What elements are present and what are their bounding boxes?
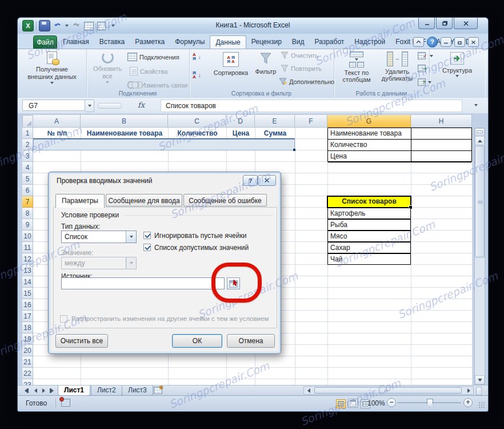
cell-G11[interactable]: Сахар <box>327 242 411 253</box>
sort-desc-icon[interactable]: ЯА↓ <box>193 71 201 79</box>
sheet-nav-prev-icon[interactable] <box>31 387 39 395</box>
zoom-level[interactable]: 100% <box>367 399 385 407</box>
dialog-close-button[interactable] <box>258 175 276 186</box>
minimize-button[interactable] <box>418 18 435 29</box>
filter-button[interactable]: Фильтр <box>253 52 278 75</box>
sheet-tab-list1[interactable]: Лист1 <box>58 386 90 396</box>
column-header-G[interactable]: G <box>327 115 411 128</box>
restore2-button[interactable] <box>454 37 465 47</box>
resize-grip[interactable] <box>478 402 486 409</box>
ok-button[interactable]: ОК <box>172 334 222 348</box>
row-header-7[interactable]: 7 <box>22 196 33 208</box>
formula-value[interactable]: Список товаров <box>161 100 462 112</box>
clear-all-button[interactable]: Очистить все <box>55 334 108 348</box>
tab-data[interactable]: Данные <box>210 35 246 49</box>
row-header-10[interactable]: 10 <box>22 231 33 242</box>
cell-G8[interactable]: Картофель <box>327 208 411 219</box>
sheet-tab-list3[interactable]: Лист3 <box>122 386 153 396</box>
column-header-B[interactable]: B <box>81 115 168 128</box>
group-label-sort-filter[interactable]: Сортировка и фильтр <box>189 90 334 97</box>
tab-split-handle[interactable] <box>476 387 482 395</box>
hscroll-left-button[interactable] <box>305 387 313 394</box>
vertical-scrollbar[interactable] <box>474 128 485 385</box>
tab-layout[interactable]: Разметка <box>130 35 170 49</box>
formatted-range-A2-E2[interactable] <box>33 139 295 150</box>
sheet-nav-last-icon[interactable] <box>47 387 55 395</box>
select-all-corner[interactable] <box>22 115 33 128</box>
column-header-H[interactable]: H <box>411 115 472 128</box>
restore-button[interactable] <box>436 18 453 29</box>
sort-asc-icon[interactable]: АЯ↓ <box>193 53 201 61</box>
source-input[interactable] <box>61 277 225 289</box>
text-to-columns-button[interactable]: Текст по столбцам <box>335 51 378 83</box>
view-normal-icon[interactable] <box>336 399 346 408</box>
group-label-connections[interactable]: Подключения <box>86 90 189 97</box>
cell-C1[interactable]: Количество <box>169 128 226 139</box>
collapse-ribbon-icon[interactable] <box>413 37 424 47</box>
zoom-in-icon[interactable]: + <box>463 398 473 407</box>
cell-G3[interactable]: Цена <box>328 151 471 162</box>
minimize2-button[interactable] <box>441 37 451 47</box>
hscroll-thumb[interactable] <box>314 387 462 394</box>
remove-duplicates-button[interactable]: → Удалить дубликаты <box>378 51 416 82</box>
row-header-12[interactable]: 12 <box>22 253 33 265</box>
row-header-8[interactable]: 8 <box>22 208 33 219</box>
macro-record-icon[interactable] <box>61 399 70 407</box>
column-header-E[interactable]: E <box>255 115 295 128</box>
close-button[interactable] <box>454 18 478 29</box>
row-header-4[interactable]: 4 <box>22 162 33 173</box>
view-page-layout-icon[interactable] <box>348 399 358 408</box>
tab-formulas[interactable]: Формулы <box>170 35 210 49</box>
cell-A1[interactable]: № п/п <box>34 128 81 139</box>
row-header-20[interactable]: 20 <box>22 345 33 356</box>
row-header-17[interactable]: 17 <box>22 311 33 322</box>
fx-icon[interactable]: fx <box>138 101 145 109</box>
tab-developer[interactable]: Разработ <box>310 35 350 49</box>
tab-view[interactable]: Вид <box>287 35 310 49</box>
row-header-23[interactable]: 23 <box>22 379 33 385</box>
column-header-D[interactable]: D <box>226 115 255 128</box>
row-header-21[interactable]: 21 <box>22 356 33 368</box>
cell-D1[interactable]: Цена <box>227 128 255 139</box>
cell-E1[interactable]: Сумма <box>255 128 295 139</box>
help-icon[interactable]: ? <box>427 37 438 47</box>
sheet-nav-first-icon[interactable] <box>22 387 30 395</box>
dialog-tab-error-alert[interactable]: Сообщение об ошибке <box>183 194 267 206</box>
in-cell-dropdown-label[interactable]: Список допустимых значений <box>154 244 249 252</box>
row-header-18[interactable]: 18 <box>22 322 33 333</box>
name-box[interactable]: G7 <box>22 100 85 111</box>
cell-G2[interactable]: Количество <box>328 140 471 151</box>
outline-button[interactable]: Структура <box>437 52 477 77</box>
zoom-slider-thumb[interactable] <box>427 399 433 407</box>
tab-insert[interactable]: Вставка <box>94 35 130 49</box>
cell-G10[interactable]: Мясо <box>327 231 411 242</box>
data-type-dropdown-icon[interactable] <box>126 231 136 243</box>
connections-button[interactable]: Подключения <box>127 53 179 61</box>
expand-formula-bar-icon[interactable] <box>471 101 481 110</box>
zoom-out-icon[interactable]: − <box>387 398 396 407</box>
insert-worksheet-icon[interactable]: ✱ <box>154 387 164 394</box>
row-header-2[interactable]: 2 <box>22 139 33 150</box>
vscroll-thumb[interactable] <box>475 146 485 257</box>
cell-G12[interactable]: Чай <box>327 253 411 265</box>
in-cell-dropdown-checkbox[interactable] <box>143 244 151 251</box>
vscroll-split-handle[interactable] <box>475 128 485 136</box>
cell-G1[interactable]: Наименование товара <box>328 128 471 140</box>
row-header-22[interactable]: 22 <box>22 368 33 379</box>
row-header-13[interactable]: 13 <box>22 265 33 276</box>
vscroll-down-button[interactable] <box>475 375 485 384</box>
horizontal-scrollbar[interactable] <box>303 386 474 395</box>
column-header-F[interactable]: F <box>295 115 327 128</box>
row-header-5[interactable]: 5 <box>22 173 33 185</box>
name-box-dropdown-icon[interactable] <box>85 100 94 112</box>
dialog-tab-input-message[interactable]: Сообщение для ввода <box>106 194 182 206</box>
row-header-1[interactable]: 1 <box>22 128 33 139</box>
dialog-help-button[interactable]: ? <box>243 175 258 186</box>
tab-file[interactable]: Файл <box>33 35 57 50</box>
get-external-data-button[interactable]: Получение внешних данных <box>23 51 81 84</box>
advanced-filter-button[interactable]: Дополнительно <box>279 78 334 85</box>
cell-B1[interactable]: Наименование товара <box>81 128 168 139</box>
row-header-6[interactable]: 6 <box>22 185 33 196</box>
row-header-3[interactable]: 3 <box>22 150 33 162</box>
column-header-C[interactable]: C <box>168 115 226 128</box>
